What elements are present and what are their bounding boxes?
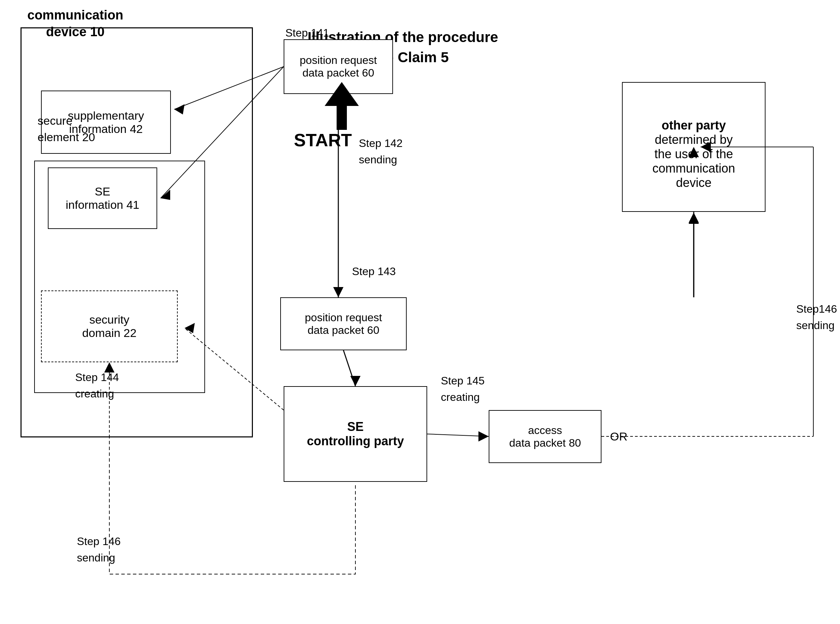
- security-domain-box: security domain 22: [41, 290, 178, 362]
- or-label: OR: [610, 430, 627, 443]
- step143-box: position request data packet 60: [280, 297, 407, 350]
- step144-label: Step 144 creating: [75, 369, 119, 402]
- svg-marker-21: [689, 213, 699, 224]
- access-data-label: access data packet 80: [509, 424, 581, 449]
- svg-marker-10: [479, 431, 489, 442]
- svg-line-9: [427, 434, 489, 436]
- step143-box-label: position request data packet 60: [305, 311, 382, 337]
- step141-box-label: position request data packet 60: [300, 54, 377, 79]
- se-controlling-box: SE controlling party: [284, 386, 427, 482]
- se-info-box: SE information 41: [48, 167, 157, 229]
- se-label: secure element 20: [38, 113, 95, 145]
- svg-marker-8: [350, 376, 361, 386]
- start-label: START: [294, 130, 352, 150]
- svg-marker-0: [325, 82, 359, 130]
- se-info-label: SE information 41: [66, 185, 139, 212]
- svg-marker-2: [333, 287, 343, 297]
- start-arrow: [325, 82, 359, 131]
- step143-label: Step 143: [352, 263, 396, 280]
- se-controlling-label: SE controlling party: [307, 420, 404, 448]
- step141-label: Step 141: [286, 27, 329, 39]
- access-data-box: access data packet 80: [489, 410, 601, 463]
- other-party-box: other party determined by the user of th…: [622, 82, 766, 212]
- security-domain-label: security domain 22: [82, 313, 137, 340]
- comm-device-label: communication device 10: [27, 7, 124, 41]
- step145-label: Step 145 creating: [441, 372, 485, 405]
- step142-label: Step 142 sending: [359, 135, 403, 168]
- other-party-label: other party determined by the user of th…: [652, 104, 735, 190]
- diagram: communication device 10 supplementary in…: [0, 0, 840, 624]
- step146-right-label: Step146 sending: [796, 301, 837, 334]
- svg-marker-26: [689, 213, 699, 223]
- step146-bottom-label: Step 146 sending: [77, 533, 120, 566]
- svg-line-7: [343, 350, 355, 386]
